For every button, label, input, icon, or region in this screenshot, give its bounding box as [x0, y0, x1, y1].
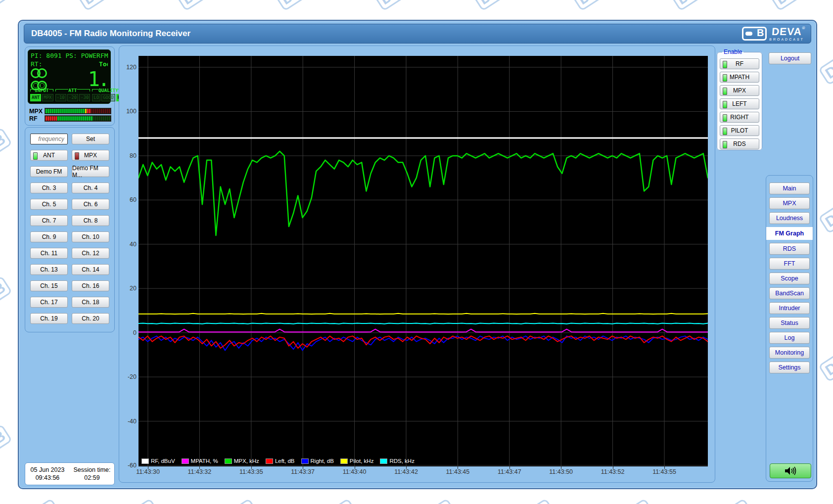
- legend-label: Right, dB: [311, 458, 334, 464]
- nav-tab-monitoring[interactable]: Monitoring: [769, 347, 810, 359]
- deva-watermark: DB: [0, 424, 12, 457]
- lcd-fm-mode: FM: [100, 51, 108, 60]
- nav-tab-settings[interactable]: Settings: [769, 362, 810, 373]
- deva-watermark: DB: [818, 53, 833, 86]
- deva-watermark: DB: [571, 0, 606, 11]
- enable-toggle-rds[interactable]: RDS: [720, 138, 759, 149]
- stereo-icon: [31, 68, 47, 80]
- deva-watermark: DB: [521, 498, 557, 504]
- channel-button[interactable]: Ch. 14: [72, 264, 109, 275]
- series-pilot: [139, 314, 708, 314]
- channel-button[interactable]: Ch. 11: [30, 248, 68, 259]
- frequency-input[interactable]: [30, 134, 68, 144]
- enable-toggle-mpx[interactable]: MPX: [720, 85, 759, 96]
- led-indicator: [723, 88, 727, 95]
- channel-button[interactable]: Ch. 6: [72, 199, 109, 210]
- channel-button[interactable]: Ch. 3: [30, 183, 68, 193]
- y-axis-label: 80: [119, 152, 137, 160]
- enable-toggle-right[interactable]: RIGHT: [720, 112, 759, 123]
- deva-watermark: DB: [620, 498, 656, 504]
- nav-tab-fm-graph[interactable]: FM Graph: [766, 227, 813, 240]
- led-indicator: [75, 152, 79, 160]
- logout-button[interactable]: Logout: [769, 52, 811, 64]
- enable-panel: Enable RFMPATHMPXLEFTRIGHTPILOTRDS: [717, 48, 762, 150]
- channel-button[interactable]: Ch. 15: [30, 280, 68, 291]
- legend-swatch: [266, 458, 273, 464]
- x-axis-tick: [251, 466, 252, 469]
- channel-button[interactable]: Ch. 8: [72, 215, 109, 226]
- nav-tab-status[interactable]: Status: [769, 317, 810, 329]
- x-axis-label: 11:43:52: [597, 468, 629, 475]
- nav-tab-intruder[interactable]: Intruder: [769, 302, 810, 314]
- legend-item: MPATH, %: [182, 458, 218, 464]
- legend-swatch: [225, 458, 232, 464]
- nav-tab-mpx[interactable]: MPX: [769, 197, 810, 209]
- channel-button[interactable]: Ch. 5: [30, 199, 68, 210]
- lcd-indicator-groups: INPUTANTMPXATT-10-20-30QUALITYLOGOODHI: [30, 88, 108, 101]
- nav-tab-main[interactable]: Main: [769, 183, 810, 194]
- led-indicator: [723, 101, 727, 108]
- lcd-group-att: ATT-10-20-30: [55, 88, 91, 101]
- input-select-button-ant[interactable]: ANT: [30, 150, 68, 161]
- enable-toggle-mpath[interactable]: MPATH: [720, 72, 759, 83]
- channel-button[interactable]: Ch. 12: [72, 248, 109, 259]
- x-axis-tick: [509, 466, 510, 469]
- led-indicator: [723, 61, 727, 68]
- current-date: 05 Jun 2023: [25, 466, 70, 474]
- channel-button[interactable]: Ch. 20: [72, 313, 109, 324]
- x-axis-tick: [406, 466, 407, 469]
- lcd-indicator-30: -30: [79, 94, 90, 101]
- channel-button[interactable]: Ch. 16: [72, 280, 109, 291]
- set-button[interactable]: Set: [72, 134, 109, 144]
- lcd-indicator-10: -10: [55, 94, 66, 101]
- legend-label: MPATH, %: [191, 458, 218, 464]
- deva-watermark: DB: [422, 498, 458, 504]
- logo-name: DEVA: [772, 26, 802, 37]
- preset-button[interactable]: Demo FM: [30, 166, 68, 177]
- channel-button[interactable]: Ch. 4: [72, 183, 109, 193]
- date-session-box: 05 Jun 2023 09:43:56 Session time: 02:59: [25, 462, 115, 485]
- channel-button[interactable]: Ch. 7: [30, 215, 68, 226]
- nav-tab-rds[interactable]: RDS: [769, 243, 810, 255]
- nav-tab-fft[interactable]: FFT: [769, 258, 810, 270]
- lcd-rt-text: Tod: [99, 60, 108, 68]
- legend-item: Left, dB: [266, 458, 295, 464]
- nav-sidebar: MainMPXLoudnessFM GraphRDSFFTScopeBandSc…: [766, 175, 813, 482]
- led-indicator: [723, 74, 727, 82]
- channel-button[interactable]: Ch. 17: [30, 297, 68, 308]
- channel-button[interactable]: Ch. 19: [30, 313, 68, 324]
- audio-button[interactable]: [770, 463, 811, 478]
- x-axis-label: 11:43:55: [648, 468, 680, 475]
- session-time-value: 02:59: [70, 474, 114, 482]
- nav-tab-loudness[interactable]: Loudness: [769, 212, 810, 224]
- channel-button[interactable]: Ch. 18: [72, 297, 109, 308]
- input-select-button-mpx[interactable]: MPX: [72, 150, 109, 161]
- legend-item: MPX, kHz: [225, 458, 259, 464]
- deva-watermark: DB: [27, 498, 62, 504]
- lcd-indicator-ant: ANT: [30, 94, 41, 101]
- nav-tab-scope[interactable]: Scope: [769, 273, 810, 284]
- enable-toggle-rf[interactable]: RF: [720, 58, 759, 69]
- nav-tab-log[interactable]: Log: [769, 332, 810, 344]
- legend-swatch: [380, 458, 387, 464]
- led-indicator: [33, 152, 38, 160]
- x-axis-label: 11:43:47: [494, 468, 525, 475]
- led-indicator: [723, 114, 727, 122]
- channel-button[interactable]: Ch. 13: [30, 264, 68, 275]
- deva-watermark: DB: [274, 0, 310, 11]
- y-axis-label: 40: [119, 240, 137, 248]
- deva-watermark: DB: [472, 0, 508, 11]
- enable-toggle-left[interactable]: LEFT: [720, 98, 759, 109]
- channel-button[interactable]: Ch. 10: [72, 231, 109, 242]
- enable-toggle-pilot[interactable]: PILOT: [720, 125, 759, 136]
- session-time-label: Session time:: [70, 466, 114, 474]
- tuner-grid: Set ANTMPXDemo FMDemo FM M...Ch. 3Ch. 4C…: [25, 128, 114, 330]
- deva-watermark: DB: [126, 498, 161, 504]
- nav-tab-bandscan[interactable]: BandScan: [769, 287, 810, 299]
- preset-button[interactable]: Demo FM M...: [72, 166, 109, 177]
- deva-watermark: DB: [818, 201, 833, 234]
- deva-logo: B DEVA® BROADCAST: [742, 26, 805, 41]
- channel-button[interactable]: Ch. 9: [30, 231, 68, 242]
- legend-swatch: [141, 458, 149, 464]
- x-axis-label: 11:43:35: [235, 468, 267, 475]
